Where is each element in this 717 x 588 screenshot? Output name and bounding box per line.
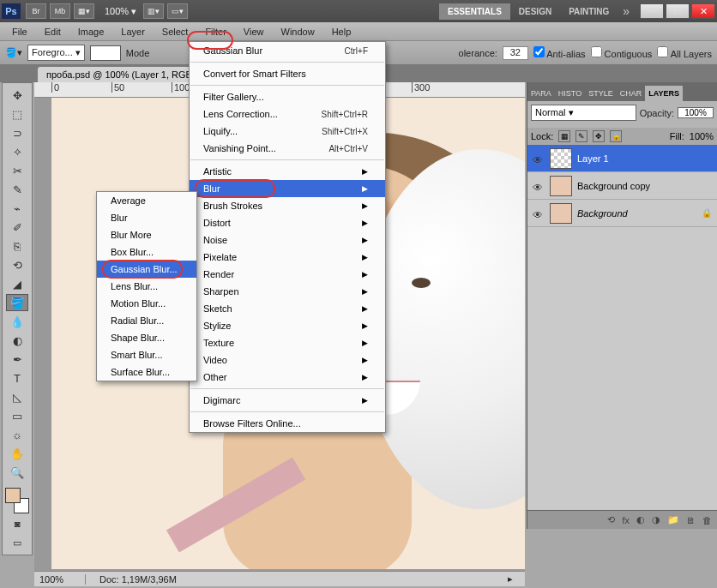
menu-window[interactable]: Window bbox=[273, 24, 323, 39]
mask-icon[interactable]: ◐ bbox=[636, 514, 645, 525]
delete-icon[interactable]: 🗑 bbox=[702, 515, 712, 525]
filter-lens-correction[interactable]: Lens Correction...Shift+Ctrl+R bbox=[190, 105, 385, 123]
blur-average[interactable]: Average bbox=[97, 192, 196, 209]
menu-help[interactable]: Help bbox=[323, 24, 360, 39]
visibility-icon[interactable]: 👁 bbox=[533, 182, 545, 190]
filter-blur[interactable]: Blur▶ bbox=[190, 180, 385, 197]
filter-sharpen[interactable]: Sharpen▶ bbox=[190, 283, 385, 300]
layer-thumb[interactable] bbox=[550, 176, 572, 196]
antialias-checkbox[interactable]: Anti-alias bbox=[533, 46, 586, 59]
view-extras-button[interactable]: ▦▾ bbox=[74, 3, 94, 19]
tab-layers[interactable]: LAYERS bbox=[645, 86, 683, 101]
fill-swatch[interactable] bbox=[90, 45, 121, 61]
blend-mode-select[interactable]: Normal ▾ bbox=[531, 105, 636, 121]
tool-zoom[interactable]: 🔍 bbox=[6, 464, 28, 481]
tool-3d[interactable]: ☼ bbox=[6, 426, 28, 443]
contiguous-checkbox[interactable]: Contiguous bbox=[591, 46, 653, 59]
filter-texture[interactable]: Texture▶ bbox=[190, 334, 385, 351]
menu-select[interactable]: Select bbox=[154, 24, 197, 39]
opacity-input[interactable]: 100% bbox=[678, 107, 714, 118]
blur-motion[interactable]: Motion Blur... bbox=[97, 295, 196, 312]
menu-filter[interactable]: Filter bbox=[196, 24, 234, 39]
screen-mode-button[interactable]: ▭▾ bbox=[167, 3, 188, 19]
status-arrow[interactable]: ▸ bbox=[508, 573, 525, 585]
tool-crop[interactable]: ✂ bbox=[6, 162, 28, 179]
tab-histogram[interactable]: HISTO bbox=[555, 86, 585, 101]
arrange-button[interactable]: ▥▾ bbox=[143, 3, 164, 19]
filter-liquify[interactable]: Liquify...Shift+Ctrl+X bbox=[190, 123, 385, 140]
filter-digimarc[interactable]: Digimarc▶ bbox=[190, 392, 385, 409]
layer-row[interactable]: 👁 Background 🔒 bbox=[527, 200, 717, 227]
tool-magic-wand[interactable]: ✧ bbox=[6, 143, 28, 160]
mini-bridge-button[interactable]: Mb bbox=[50, 3, 70, 19]
layer-name[interactable]: Background bbox=[577, 208, 696, 219]
filter-sketch[interactable]: Sketch▶ bbox=[190, 300, 385, 317]
tool-hand[interactable]: ✋ bbox=[6, 445, 28, 462]
tool-path[interactable]: ◺ bbox=[6, 388, 28, 405]
all-layers-checkbox[interactable]: All Layers bbox=[657, 46, 712, 59]
blur-blur[interactable]: Blur bbox=[97, 209, 196, 226]
tool-eyedropper[interactable]: ✎ bbox=[6, 181, 28, 198]
blur-radial[interactable]: Radial Blur... bbox=[97, 312, 196, 329]
menu-layer[interactable]: Layer bbox=[112, 24, 154, 39]
menu-view[interactable]: View bbox=[235, 24, 273, 39]
quick-mask-button[interactable]: ◙ bbox=[6, 515, 28, 532]
blur-smart[interactable]: Smart Blur... bbox=[97, 346, 196, 363]
filter-artistic[interactable]: Artistic▶ bbox=[190, 163, 385, 180]
tool-blur[interactable]: 💧 bbox=[6, 313, 28, 330]
adjustment-icon[interactable]: ◑ bbox=[652, 514, 660, 525]
layer-row[interactable]: 👁 Background copy bbox=[527, 172, 717, 200]
fill-input[interactable]: 100% bbox=[690, 131, 714, 141]
menu-file[interactable]: File bbox=[3, 24, 36, 39]
new-layer-icon[interactable]: 🗎 bbox=[686, 515, 696, 525]
tool-stamp[interactable]: ⎘ bbox=[6, 237, 28, 255]
workspace-design[interactable]: DESIGN bbox=[510, 3, 560, 20]
tool-type[interactable]: T bbox=[6, 369, 28, 387]
status-doc-size[interactable]: Doc: 1,19M/3,96M bbox=[86, 574, 177, 585]
workspace-painting[interactable]: PAINTING bbox=[560, 3, 618, 20]
filter-convert-smart[interactable]: Convert for Smart Filters bbox=[190, 65, 385, 82]
tool-brush[interactable]: ✐ bbox=[6, 219, 28, 236]
tool-dodge[interactable]: ◐ bbox=[6, 332, 28, 349]
tab-styles[interactable]: STYLE bbox=[585, 86, 617, 101]
tool-marquee[interactable]: ⬚ bbox=[6, 105, 28, 123]
zoom-level[interactable]: 100% ▾ bbox=[98, 6, 143, 17]
visibility-icon[interactable]: 👁 bbox=[533, 209, 545, 218]
tab-character[interactable]: CHAR bbox=[617, 86, 646, 101]
workspace-essentials[interactable]: ESSENTIALS bbox=[439, 3, 510, 20]
fx-icon[interactable]: fx bbox=[622, 515, 630, 525]
filter-vanishing-point[interactable]: Vanishing Point...Alt+Ctrl+V bbox=[190, 140, 385, 157]
filter-brush-strokes[interactable]: Brush Strokes▶ bbox=[190, 197, 385, 214]
filter-pixelate[interactable]: Pixelate▶ bbox=[190, 249, 385, 266]
filter-gallery[interactable]: Filter Gallery... bbox=[190, 88, 385, 105]
workspace-more[interactable]: » bbox=[618, 4, 635, 18]
tool-history-brush[interactable]: ⟲ bbox=[6, 256, 28, 273]
menu-edit[interactable]: Edit bbox=[36, 24, 69, 39]
screen-mode-tool[interactable]: ▭ bbox=[6, 534, 28, 551]
layer-row[interactable]: 👁 Layer 1 bbox=[527, 145, 717, 172]
minimize-button[interactable]: ─ bbox=[640, 3, 664, 19]
tab-paragraph[interactable]: PARA bbox=[527, 86, 555, 101]
tool-lasso[interactable]: ⊃ bbox=[6, 124, 28, 141]
close-button[interactable]: ✕ bbox=[691, 3, 715, 19]
blur-lens[interactable]: Lens Blur... bbox=[97, 278, 196, 295]
layer-name[interactable]: Background copy bbox=[577, 181, 712, 191]
filter-stylize[interactable]: Stylize▶ bbox=[190, 317, 385, 334]
filter-browse-online[interactable]: Browse Filters Online... bbox=[190, 415, 385, 432]
lock-pixels-icon[interactable]: ✎ bbox=[575, 130, 587, 142]
blur-surface[interactable]: Surface Blur... bbox=[97, 363, 196, 381]
lock-all-icon[interactable]: 🔒 bbox=[610, 130, 622, 142]
filter-last[interactable]: Gaussian BlurCtrl+F bbox=[190, 42, 385, 59]
tool-bucket[interactable]: 🪣 bbox=[6, 294, 28, 311]
status-zoom[interactable]: 100% bbox=[34, 574, 86, 585]
filter-video[interactable]: Video▶ bbox=[190, 351, 385, 369]
visibility-icon[interactable]: 👁 bbox=[533, 154, 545, 163]
tolerance-input[interactable]: 32 bbox=[503, 46, 528, 60]
tool-pen[interactable]: ✒ bbox=[6, 351, 28, 368]
menu-image[interactable]: Image bbox=[69, 24, 113, 39]
layer-thumb[interactable] bbox=[550, 203, 572, 224]
lock-position-icon[interactable]: ✥ bbox=[593, 130, 605, 142]
blur-shape[interactable]: Shape Blur... bbox=[97, 329, 196, 346]
group-icon[interactable]: 📁 bbox=[667, 514, 679, 525]
layer-name[interactable]: Layer 1 bbox=[577, 153, 712, 164]
